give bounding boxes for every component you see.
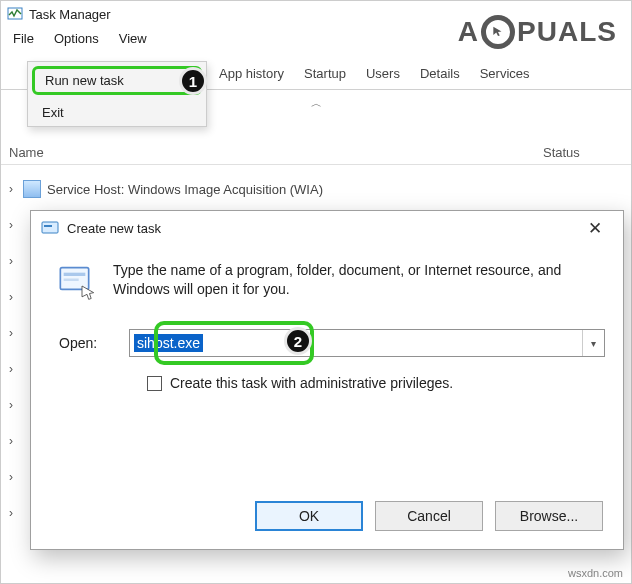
tab-app-history[interactable]: App history — [209, 60, 294, 89]
chevron-right-icon[interactable]: › — [9, 434, 13, 448]
open-label: Open: — [59, 335, 129, 351]
column-name[interactable]: Name — [9, 145, 543, 160]
run-dialog-icon — [41, 219, 59, 237]
svg-rect-5 — [64, 279, 79, 282]
tab-startup[interactable]: Startup — [294, 60, 356, 89]
run-prompt-icon — [57, 261, 97, 301]
create-new-task-dialog: Create new task ✕ Type the name of a pro… — [30, 210, 624, 550]
task-manager-icon — [7, 6, 23, 22]
file-menu: Run new task Exit — [27, 61, 207, 127]
tab-users[interactable]: Users — [356, 60, 410, 89]
cancel-button[interactable]: Cancel — [375, 501, 483, 531]
chevron-down-icon[interactable]: ▾ — [582, 330, 604, 356]
window-title: Task Manager — [29, 7, 111, 22]
admin-checkbox[interactable] — [147, 376, 162, 391]
menu-item-label: Run new task — [45, 73, 124, 88]
chevron-right-icon[interactable]: › — [9, 182, 13, 196]
chevron-right-icon[interactable]: › — [9, 362, 13, 376]
cursor-icon — [481, 15, 515, 49]
dialog-titlebar: Create new task ✕ — [31, 211, 623, 245]
tab-services[interactable]: Services — [470, 60, 540, 89]
admin-checkbox-label: Create this task with administrative pri… — [170, 375, 453, 391]
chevron-right-icon[interactable]: › — [9, 326, 13, 340]
menu-file[interactable]: File — [3, 27, 44, 50]
menu-options[interactable]: Options — [44, 27, 109, 50]
tab-details[interactable]: Details — [410, 60, 470, 89]
menu-item-exit[interactable]: Exit — [28, 99, 206, 126]
callout-badge-2: 2 — [284, 327, 312, 355]
column-status[interactable]: Status — [543, 145, 623, 160]
process-icon — [23, 180, 41, 198]
menu-view[interactable]: View — [109, 27, 157, 50]
ok-button[interactable]: OK — [255, 501, 363, 531]
chevron-right-icon[interactable]: › — [9, 470, 13, 484]
menu-item-run-new-task[interactable]: Run new task — [32, 66, 202, 95]
menu-item-label: Exit — [42, 105, 64, 120]
browse-button[interactable]: Browse... — [495, 501, 603, 531]
column-headers: Name Status — [1, 141, 631, 165]
footer-watermark: wsxdn.com — [568, 567, 623, 579]
svg-rect-4 — [64, 273, 86, 276]
chevron-right-icon[interactable]: › — [9, 506, 13, 520]
open-value: sihost.exe — [134, 334, 203, 352]
svg-rect-1 — [42, 222, 58, 233]
chevron-right-icon[interactable]: › — [9, 398, 13, 412]
open-combobox[interactable]: sihost.exe ▾ — [129, 329, 605, 357]
svg-rect-2 — [44, 225, 52, 227]
chevron-right-icon[interactable]: › — [9, 254, 13, 268]
process-name: Service Host: Windows Image Acquisition … — [47, 182, 323, 197]
watermark-logo: A PUALS — [458, 15, 617, 49]
callout-badge-1: 1 — [179, 67, 207, 95]
chevron-right-icon[interactable]: › — [9, 218, 13, 232]
dialog-message: Type the name of a program, folder, docu… — [113, 261, 597, 301]
watermark-text: PUALS — [517, 16, 617, 48]
dialog-buttons: OK Cancel Browse... — [255, 501, 603, 531]
dialog-title: Create new task — [67, 221, 577, 236]
watermark-text: A — [458, 16, 479, 48]
close-button[interactable]: ✕ — [577, 218, 613, 239]
table-row[interactable]: › Service Host: Windows Image Acquisitio… — [1, 171, 631, 207]
chevron-right-icon[interactable]: › — [9, 290, 13, 304]
